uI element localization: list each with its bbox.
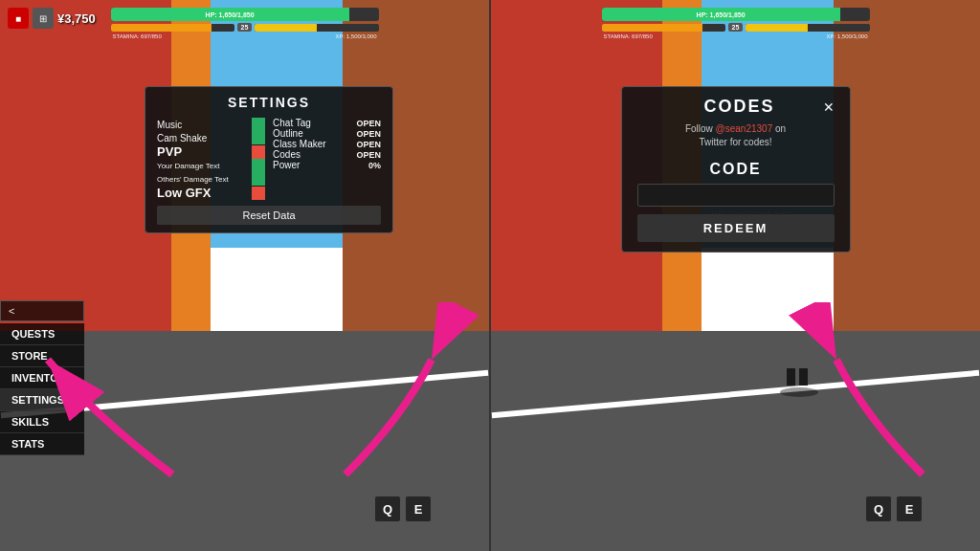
character-sprite <box>786 357 809 386</box>
classmaker-row: Class Maker OPEN <box>273 139 381 149</box>
hud-top: HP: 1,650/1,850 25 STAMINA: 697/850 XP: … <box>111 8 379 39</box>
camshake-row: Cam Shake <box>157 131 265 144</box>
codes-open[interactable]: OPEN <box>357 150 382 160</box>
settings-grid: Music Cam Shake PVP Your Damage Text Oth… <box>157 118 381 200</box>
stamina-row-right: 25 <box>602 23 870 32</box>
outline-open[interactable]: OPEN <box>357 129 382 139</box>
level-badge: 25 <box>237 23 253 32</box>
yourdmg-toggle[interactable] <box>252 159 265 172</box>
power-label: Power <box>273 160 300 170</box>
e-button-left[interactable]: E <box>405 496 432 522</box>
right-panel: HBLXian Warehouse HP: 1,650/1,850 25 STA… <box>491 0 980 551</box>
othersdmg-label: Others' Damage Text <box>157 175 229 184</box>
hud-top-right: HP: 1,650/1,850 25 STAMINA: 697/850 XP: … <box>602 8 870 39</box>
sidebar-item-skills[interactable]: SKILLS <box>0 411 84 433</box>
lowgfx-label: Low GFX <box>157 186 211 200</box>
stamina-bar-container-right <box>602 24 725 32</box>
xp-bar <box>255 24 317 32</box>
outline-row: Outline OPEN <box>273 128 381 139</box>
sidebar-item-settings[interactable]: SETTINGS <box>0 389 84 411</box>
q-button-right[interactable]: Q <box>865 496 892 522</box>
hp-bar-container: HP: 1,650/1,850 <box>111 8 379 21</box>
left-panel: HBLXian Warehouse ■ ⊞ ¥3,750 HP: 1,650/1… <box>0 0 489 551</box>
sidebar: < QUESTS STORE INVENTORY SETTINGS SKILLS… <box>0 300 84 455</box>
codes-subtitle: Follow @sean21307 onTwitter for codes! <box>637 122 835 149</box>
level-badge-right: 25 <box>728 23 744 32</box>
pvp-row: PVP <box>157 144 265 159</box>
codes-title: CODES <box>657 97 823 117</box>
power-row: Power 0% <box>273 160 381 170</box>
xp-text: XP: 1,500/3,000 <box>335 33 376 39</box>
yourdmg-label: Your Damage Text <box>157 162 219 170</box>
othersdmg-toggle[interactable] <box>252 172 265 186</box>
xp-bar-container-right <box>746 24 869 32</box>
reset-data-button[interactable]: Reset Data <box>157 206 381 225</box>
settings-right-col: Chat Tag OPEN Outline OPEN Class Maker O… <box>273 118 381 200</box>
money-display: ¥3,750 <box>57 11 96 26</box>
hp-bar-container-right: HP: 1,650/1,850 <box>602 8 870 21</box>
camshake-label: Cam Shake <box>157 133 207 143</box>
codes-header: CODES ✕ <box>637 97 835 117</box>
code-input[interactable] <box>637 184 835 207</box>
outline-label: Outline <box>273 128 303 139</box>
character-shadow <box>780 387 818 397</box>
lowgfx-row: Low GFX <box>157 186 265 200</box>
hp-text-right: HP: 1,650/1,850 <box>697 11 746 18</box>
hp-text: HP: 1,650/1,850 <box>206 11 255 18</box>
sidebar-toggle[interactable]: < <box>0 300 84 321</box>
redeem-button[interactable]: REDEEM <box>637 214 835 242</box>
settings-left-col: Music Cam Shake PVP Your Damage Text Oth… <box>157 118 265 200</box>
settings-modal: SETTINGS Music Cam Shake PVP Your Damage… <box>145 86 393 233</box>
music-label: Music <box>157 120 182 130</box>
sidebar-item-stats[interactable]: STATS <box>0 433 84 455</box>
stamina-bar <box>111 24 212 32</box>
stamina-text-right: STAMINA: 697/850 <box>604 33 653 39</box>
game-background: HBLXian Warehouse <box>0 0 489 551</box>
code-label: CODE <box>637 161 835 178</box>
stamina-bar-container <box>111 24 234 32</box>
chattag-label: Chat Tag <box>273 118 311 128</box>
xp-bar-container <box>255 24 378 32</box>
sidebar-item-inventory[interactable]: INVENTORY <box>0 367 84 389</box>
menu-icon[interactable]: ⊞ <box>33 8 54 29</box>
xp-bar-right <box>746 24 808 32</box>
qe-buttons-right: Q E <box>865 496 923 522</box>
yourdmg-row: Your Damage Text <box>157 159 265 172</box>
power-value[interactable]: 0% <box>368 161 381 170</box>
classmaker-label: Class Maker <box>273 139 326 149</box>
codes-modal: CODES ✕ Follow @sean21307 onTwitter for … <box>621 86 851 253</box>
xp-text-right: XP: 1,500/3,000 <box>826 33 867 39</box>
sidebar-item-store[interactable]: STORE <box>0 345 84 367</box>
chattag-open[interactable]: OPEN <box>357 119 382 128</box>
music-toggle[interactable] <box>252 118 265 131</box>
codes-username[interactable]: @sean21307 <box>716 123 773 134</box>
codes-row: Codes OPEN <box>273 149 381 160</box>
brick-wall-right <box>834 0 980 358</box>
qe-buttons-left: Q E <box>374 496 432 522</box>
code-input-area: CODE <box>637 161 835 207</box>
pvp-toggle[interactable] <box>252 145 265 159</box>
chattag-row: Chat Tag OPEN <box>273 118 381 128</box>
codes-label: Codes <box>273 149 301 160</box>
codes-close-button[interactable]: ✕ <box>823 99 835 115</box>
char-leg-left <box>787 368 795 386</box>
char-leg-right <box>799 368 808 386</box>
camshake-toggle[interactable] <box>252 131 265 144</box>
classmaker-open[interactable]: OPEN <box>357 140 382 149</box>
stamina-row: 25 <box>111 23 379 32</box>
e-button-right[interactable]: E <box>896 496 923 522</box>
stamina-bar-right <box>602 24 703 32</box>
hp-bar: HP: 1,650/1,850 <box>111 8 349 21</box>
music-row: Music <box>157 118 265 131</box>
sidebar-item-quests[interactable]: QUESTS <box>0 323 84 345</box>
game-background-right: HBLXian Warehouse <box>491 0 980 551</box>
q-button-left[interactable]: Q <box>374 496 401 522</box>
stamina-text: STAMINA: 697/850 <box>113 33 162 39</box>
lowgfx-toggle[interactable] <box>252 187 265 200</box>
hp-bar-right: HP: 1,650/1,850 <box>602 8 840 21</box>
pvp-label: PVP <box>157 144 182 159</box>
settings-title: SETTINGS <box>157 95 381 110</box>
roblox-icon: ■ <box>8 8 29 29</box>
othersdmg-row: Others' Damage Text <box>157 172 265 186</box>
